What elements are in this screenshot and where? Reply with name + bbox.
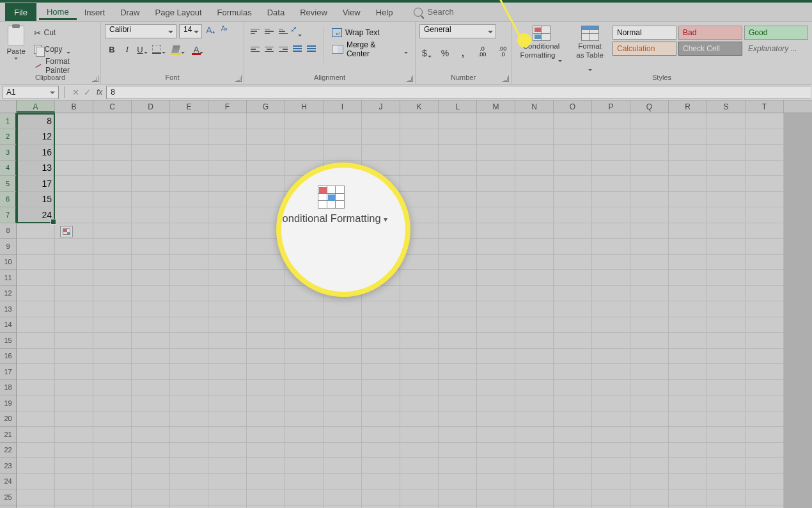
cell[interactable] bbox=[515, 458, 554, 474]
format-painter-button[interactable]: Format Painter bbox=[31, 59, 97, 73]
cell[interactable] bbox=[592, 223, 630, 239]
cell[interactable] bbox=[630, 427, 669, 443]
row-header[interactable]: 18 bbox=[0, 380, 17, 396]
cell[interactable] bbox=[746, 270, 784, 286]
cell[interactable] bbox=[55, 443, 93, 459]
cell[interactable] bbox=[170, 145, 208, 161]
column-headers[interactable]: ABCDEFGHIJKLMNOPQRST bbox=[0, 100, 812, 113]
cell[interactable] bbox=[247, 489, 285, 505]
cell[interactable] bbox=[707, 192, 746, 208]
cell[interactable] bbox=[630, 239, 669, 255]
row-header[interactable]: 26 bbox=[0, 505, 17, 509]
cell[interactable] bbox=[592, 411, 630, 427]
copy-button[interactable]: Copy bbox=[31, 42, 97, 56]
cell[interactable] bbox=[285, 380, 324, 396]
cell[interactable] bbox=[17, 395, 55, 411]
cell[interactable] bbox=[707, 129, 746, 145]
cell[interactable] bbox=[669, 458, 707, 474]
cell[interactable] bbox=[208, 395, 247, 411]
decrease-decimal-button[interactable]: .00.0 bbox=[494, 46, 511, 60]
cell[interactable] bbox=[477, 411, 515, 427]
cell[interactable] bbox=[746, 286, 784, 302]
cell[interactable] bbox=[515, 317, 554, 333]
cell[interactable] bbox=[132, 458, 170, 474]
cell[interactable] bbox=[324, 458, 362, 474]
cell[interactable] bbox=[55, 129, 93, 145]
cell[interactable] bbox=[208, 364, 247, 380]
column-header[interactable]: M bbox=[477, 100, 515, 113]
row-header[interactable]: 12 bbox=[0, 286, 17, 302]
cell[interactable] bbox=[439, 255, 477, 271]
cell[interactable] bbox=[400, 411, 439, 427]
borders-button[interactable] bbox=[151, 42, 168, 56]
cell[interactable] bbox=[746, 505, 784, 509]
style-bad[interactable]: Bad bbox=[678, 26, 742, 40]
align-center-button[interactable] bbox=[262, 42, 276, 56]
tab-help[interactable]: Help bbox=[368, 4, 401, 20]
row-header[interactable]: 17 bbox=[0, 364, 17, 380]
cell[interactable]: 15 bbox=[17, 192, 55, 208]
cell[interactable] bbox=[132, 489, 170, 505]
formula-input[interactable]: 8 bbox=[106, 86, 811, 99]
cell[interactable] bbox=[362, 349, 400, 365]
cell[interactable] bbox=[285, 458, 324, 474]
decrease-font-size-button[interactable]: A▾ bbox=[219, 25, 230, 38]
cell[interactable] bbox=[630, 223, 669, 239]
align-right-button[interactable] bbox=[276, 42, 290, 56]
fill-color-button[interactable] bbox=[169, 42, 188, 56]
cell[interactable] bbox=[55, 255, 93, 271]
cell[interactable] bbox=[208, 301, 247, 317]
row-header[interactable]: 15 bbox=[0, 333, 17, 349]
cell[interactable] bbox=[554, 505, 592, 509]
cell[interactable] bbox=[707, 411, 746, 427]
cell[interactable] bbox=[592, 207, 630, 223]
cell[interactable] bbox=[630, 411, 669, 427]
cell[interactable] bbox=[170, 411, 208, 427]
cell[interactable] bbox=[208, 113, 247, 129]
cell[interactable] bbox=[362, 489, 400, 505]
cell[interactable] bbox=[439, 427, 477, 443]
cell[interactable] bbox=[247, 176, 285, 192]
cell[interactable] bbox=[477, 176, 515, 192]
cell[interactable] bbox=[247, 113, 285, 129]
column-header[interactable]: S bbox=[707, 100, 746, 113]
cell[interactable] bbox=[746, 239, 784, 255]
cell[interactable] bbox=[132, 443, 170, 459]
cell[interactable] bbox=[515, 333, 554, 349]
cell[interactable] bbox=[170, 176, 208, 192]
cell[interactable] bbox=[55, 301, 93, 317]
cell[interactable] bbox=[669, 427, 707, 443]
cell[interactable] bbox=[324, 474, 362, 490]
cell[interactable] bbox=[439, 505, 477, 509]
cell[interactable] bbox=[746, 427, 784, 443]
cell[interactable] bbox=[592, 505, 630, 509]
cell[interactable] bbox=[17, 286, 55, 302]
cell[interactable] bbox=[630, 443, 669, 459]
cell[interactable] bbox=[477, 192, 515, 208]
cell[interactable] bbox=[630, 207, 669, 223]
cell[interactable] bbox=[17, 427, 55, 443]
cell[interactable] bbox=[170, 505, 208, 509]
cell[interactable] bbox=[132, 145, 170, 161]
row-header[interactable]: 2 bbox=[0, 129, 17, 145]
cell[interactable] bbox=[477, 380, 515, 396]
cell[interactable] bbox=[669, 333, 707, 349]
cell[interactable] bbox=[93, 301, 132, 317]
italic-button[interactable]: I bbox=[120, 42, 134, 56]
cell[interactable] bbox=[55, 474, 93, 490]
cell[interactable] bbox=[170, 489, 208, 505]
cut-button[interactable]: ✂ Cut bbox=[31, 26, 97, 40]
cell[interactable] bbox=[630, 161, 669, 177]
cell[interactable] bbox=[746, 364, 784, 380]
cell[interactable] bbox=[477, 286, 515, 302]
font-color-button[interactable]: A bbox=[189, 42, 208, 56]
cell[interactable] bbox=[439, 458, 477, 474]
cell[interactable] bbox=[439, 286, 477, 302]
accounting-format-button[interactable]: $ bbox=[419, 46, 435, 60]
cell[interactable] bbox=[170, 443, 208, 459]
cell[interactable] bbox=[55, 239, 93, 255]
cell[interactable] bbox=[669, 176, 707, 192]
cell[interactable] bbox=[477, 207, 515, 223]
cell[interactable] bbox=[132, 395, 170, 411]
cell[interactable] bbox=[324, 395, 362, 411]
